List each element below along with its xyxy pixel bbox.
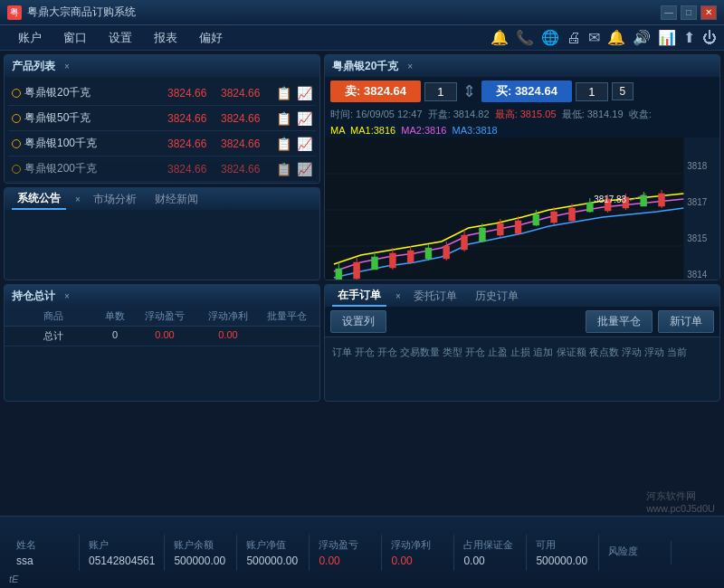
col-float-pnl: 浮动盈亏 [133, 309, 196, 323]
chart-small-icon[interactable]: 📈 [297, 111, 312, 126]
announcements-panel: 系统公告 × 市场分析 财经新闻 [4, 187, 320, 280]
float-pnl-label: 浮动盈亏 [319, 538, 372, 552]
menu-account[interactable]: 账户 [7, 26, 52, 50]
svg-text:3814: 3814 [687, 270, 707, 280]
chart-icon[interactable]: 📊 [658, 29, 676, 46]
buy-button[interactable]: 买: 3824.64 [481, 81, 572, 102]
ma-info-bar: MA MA1:3816 MA2:3816 MA3:3818 [325, 123, 719, 138]
tab-market-analysis[interactable]: 市场分析 [88, 190, 142, 209]
volume-icon[interactable]: 🔊 [633, 29, 651, 46]
tab-history-orders[interactable]: 历史订单 [470, 287, 524, 306]
svg-text:3818: 3818 [687, 161, 707, 171]
document-icon[interactable]: 📋 [276, 137, 291, 151]
set-columns-button[interactable]: 设置列 [330, 310, 386, 333]
watermark: 河东软件网 www.pc0J5d0U [646, 489, 715, 514]
bell-icon[interactable]: 🔔 [491, 29, 509, 46]
document-icon[interactable]: 📋 [276, 111, 291, 126]
sell-qty-input[interactable] [424, 82, 457, 101]
buy-qty-input[interactable] [576, 82, 608, 101]
alert-icon[interactable]: 🔔 [607, 29, 625, 46]
ma2-value: MA2:3816 [401, 125, 446, 136]
window-controls: — □ ✕ [661, 5, 717, 20]
chart-header: 粤鼎银20千克 × [325, 55, 719, 77]
chart-small-icon[interactable]: 📈 [297, 137, 312, 151]
product-price2: 3824.66 [221, 112, 271, 125]
holdings-title: 持仓总计 [12, 289, 55, 304]
phone-icon[interactable]: 📞 [516, 29, 534, 46]
power-icon[interactable]: ⏻ [702, 30, 717, 46]
product-price1: 3824.66 [167, 87, 217, 100]
chart-close[interactable]: × [407, 62, 413, 71]
orders-close[interactable]: × [395, 291, 401, 301]
tab-active-orders[interactable]: 在手订单 [332, 286, 386, 307]
tab-entrusted-orders[interactable]: 委托订单 [408, 287, 462, 306]
risk-label: 风险度 [608, 545, 662, 558]
name-value: ssa [16, 555, 70, 567]
batch-close-button[interactable]: 批量平仓 [586, 310, 653, 333]
new-order-button[interactable]: 新订单 [658, 310, 714, 333]
print-icon[interactable]: 🖨 [567, 30, 581, 46]
menu-bar: 账户 窗口 设置 报表 偏好 🔔 📞 🌐 🖨 ✉ 🔔 🔊 📊 ⬆ ⏻ [0, 25, 724, 51]
close-label: 收盘: [629, 109, 652, 119]
svg-text:3815: 3815 [687, 233, 707, 243]
account-label: 账户 [89, 538, 155, 552]
ma-label: MA [330, 125, 345, 136]
status-indicator [12, 89, 21, 98]
chart-small-icon[interactable]: 📈 [297, 162, 312, 176]
high-label: 最高: 3815.05 [495, 109, 557, 119]
mail-icon[interactable]: ✉ [588, 29, 600, 46]
menu-preference[interactable]: 偏好 [188, 26, 233, 50]
upload-icon[interactable]: ⬆ [683, 29, 695, 46]
list-item[interactable]: 粤鼎银50千克 3824.66 3824.66 📋 📈 [8, 106, 316, 131]
list-item[interactable]: 粤鼎银100千克 3824.66 3824.66 📋 📈 [8, 131, 316, 156]
sell-button[interactable]: 卖: 3824.64 [330, 81, 421, 102]
tab-financial-news[interactable]: 财经新闻 [149, 190, 204, 209]
product-price1: 3824.66 [167, 138, 217, 150]
product-price1: 3824.66 [167, 112, 217, 125]
account-value: 05142804561 [89, 555, 155, 567]
menu-report[interactable]: 报表 [143, 26, 188, 50]
row-float-net: 0.00 [196, 329, 260, 343]
available-value: 500000.00 [536, 555, 589, 567]
product-name: 粤鼎银20千克 [24, 85, 164, 100]
buy-qty-num[interactable] [612, 82, 634, 100]
time-label: 时间: 16/09/05 12:47 [330, 109, 423, 119]
status-bar: 姓名 ssa 账户 05142804561 账户余额 500000.00 账户净… [0, 516, 724, 588]
balance-label: 账户余额 [174, 538, 227, 552]
list-item[interactable]: 粤鼎银200千克 3824.66 3824.66 📋 📈 [8, 156, 316, 182]
announcement-content [5, 210, 319, 264]
float-net-label: 浮动净利 [391, 538, 444, 552]
candlestick-chart: 3818 3817 3815 3814 3813 [325, 138, 719, 280]
menu-window[interactable]: 窗口 [52, 26, 98, 50]
announcements-close[interactable]: × [75, 194, 81, 204]
holdings-close[interactable]: × [64, 291, 70, 301]
margin-label: 占用保证金 [463, 538, 517, 552]
document-icon[interactable]: 📋 [276, 162, 291, 176]
product-name: 粤鼎银200千克 [24, 161, 164, 176]
minimize-button[interactable]: — [661, 5, 677, 20]
svg-rect-5 [683, 138, 719, 280]
status-net-value: 账户净值 500000.00 [237, 535, 310, 571]
chart-small-icon[interactable]: 📈 [297, 86, 312, 100]
ma1-value: MA1:3816 [350, 125, 395, 136]
status-indicator [12, 114, 21, 123]
ma3-value: MA3:3818 [452, 125, 498, 136]
status-indicator [12, 139, 21, 148]
product-list-close[interactable]: × [64, 62, 70, 71]
status-balance: 账户余额 500000.00 [165, 535, 237, 571]
app-title: 粤鼎大宗商品订购系统 [27, 5, 661, 20]
maximize-button[interactable]: □ [681, 5, 697, 20]
product-price2: 3824.66 [221, 163, 271, 175]
product-list-panel: 产品列表 × 粤鼎银20千克 3824.66 3824.66 📋 📈 粤鼎银50… [4, 54, 320, 184]
trade-controls: 卖: 3824.64 ⇕ 买: 3824.64 [325, 77, 719, 106]
close-button[interactable]: ✕ [700, 5, 717, 20]
menu-settings[interactable]: 设置 [98, 26, 143, 50]
tab-system-notice[interactable]: 系统公告 [12, 189, 66, 210]
orders-toolbar: 设置列 批量平仓 新订单 [325, 307, 719, 337]
open-label: 开盘: 3814.82 [428, 109, 490, 119]
table-row: 总计 0 0.00 0.00 [5, 327, 319, 346]
globe-icon[interactable]: 🌐 [541, 29, 559, 46]
name-label: 姓名 [16, 538, 70, 552]
document-icon[interactable]: 📋 [276, 86, 291, 100]
list-item[interactable]: 粤鼎银20千克 3824.66 3824.66 📋 📈 [8, 81, 316, 106]
